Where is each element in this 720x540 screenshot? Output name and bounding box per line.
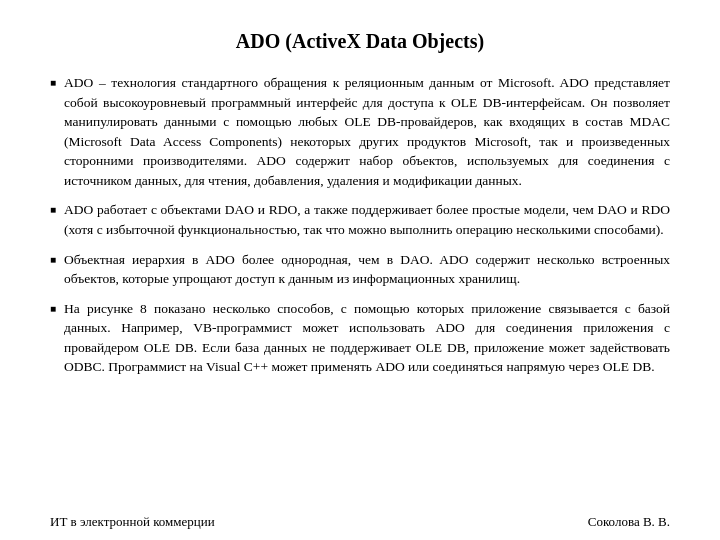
footer-right: Соколова В. В. [588, 514, 670, 530]
bullet-icon: ■ [50, 253, 56, 268]
footer-left: ИТ в электронной коммерции [50, 514, 215, 530]
paragraph-2: ADO работает с объектами DAO и RDO, а та… [64, 200, 670, 239]
paragraph-4: На рисунке 8 показано несколько способов… [64, 299, 670, 377]
list-item: ■ На рисунке 8 показано несколько способ… [50, 299, 670, 377]
list-item: ■ Объектная иерархия в ADO более однород… [50, 250, 670, 289]
paragraph-1: ADO – технология стандартного обращения … [64, 73, 670, 190]
footer: ИТ в электронной коммерции Соколова В. В… [0, 506, 720, 540]
content-list: ■ ADO – технология стандартного обращени… [50, 73, 670, 387]
bullet-icon: ■ [50, 76, 56, 91]
bullet-icon: ■ [50, 302, 56, 317]
list-item: ■ ADO работает с объектами DAO и RDO, а … [50, 200, 670, 239]
list-item: ■ ADO – технология стандартного обращени… [50, 73, 670, 190]
page-container: ADO (ActiveX Data Objects) ■ ADO – техно… [0, 0, 720, 506]
bullet-icon: ■ [50, 203, 56, 218]
page-title: ADO (ActiveX Data Objects) [50, 30, 670, 53]
paragraph-3: Объектная иерархия в ADO более однородна… [64, 250, 670, 289]
